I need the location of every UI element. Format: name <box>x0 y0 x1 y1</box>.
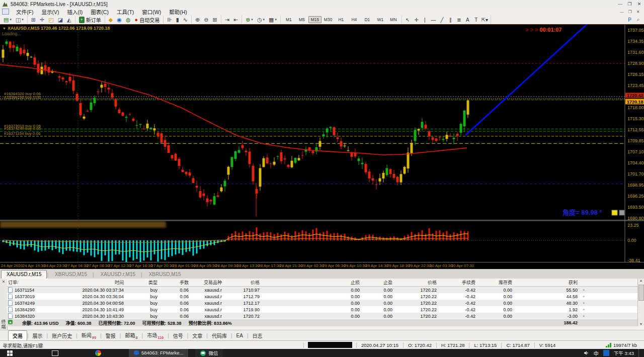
scroll-up-icon[interactable]: ▲ <box>638 279 644 282</box>
terminal-tab-代码库[interactable]: 代码库 <box>208 331 231 340</box>
angle-yellow-icon[interactable] <box>612 210 617 215</box>
data-window-button[interactable]: ✛ <box>38 16 46 24</box>
timeframe-w1-button[interactable]: W1 <box>374 16 387 23</box>
new-chart-button[interactable]: ▤▾ <box>2 16 14 24</box>
zoom-in-button[interactable]: ⊕ <box>193 16 202 24</box>
profiles-button[interactable]: ◫▾ <box>14 16 26 24</box>
terminal-scrollbar[interactable]: ▲ ▼ <box>637 279 644 326</box>
metaeditor-button[interactable]: ◆ <box>107 16 115 24</box>
order-row[interactable]: 163843202020.04.30 10:43:30buy0.06xauusd… <box>7 313 638 319</box>
orders-header-cell[interactable]: 价格 <box>224 279 262 286</box>
candlestick-chart-button[interactable]: ▮ <box>174 16 181 24</box>
arrows-tool[interactable]: ⇱▾ <box>480 17 489 23</box>
community-icon[interactable]: P <box>625 17 634 23</box>
terminal-tab-日志[interactable]: 日志 <box>249 331 267 340</box>
auto-scroll-button[interactable]: ⇥ <box>223 16 231 24</box>
close-button[interactable]: ✕ <box>634 2 644 7</box>
terminal-tab-邮箱[interactable]: 邮箱8 <box>121 330 141 341</box>
terminal-tab-市场[interactable]: 市场116 <box>143 330 168 341</box>
trendline-tool[interactable]: ╱ <box>438 17 446 23</box>
minimize-button[interactable]: — <box>615 2 625 7</box>
chart-tab-1[interactable]: XAUUSD.r,M15 <box>1 270 47 279</box>
equidistant-channel-tool[interactable]: ∥ <box>446 17 455 23</box>
child-minimize-button[interactable]: — <box>618 10 626 14</box>
timeframe-m5-button[interactable]: M5 <box>295 16 308 23</box>
mql5-community-button[interactable]: ◉ <box>115 16 124 24</box>
text-tool[interactable]: A <box>463 17 472 23</box>
order-close-button[interactable]: × <box>580 294 588 299</box>
terminal-close-icon[interactable]: × <box>2 279 5 284</box>
orders-header-cell[interactable]: 类型 <box>126 279 159 286</box>
task-view-button[interactable] <box>45 349 64 357</box>
timeframe-m15-button[interactable]: M15 <box>308 16 321 23</box>
terminal-tab-警报[interactable]: 警报 <box>102 331 120 340</box>
menu-item[interactable]: 插入(I) <box>63 8 87 16</box>
label-tool[interactable]: T <box>472 17 480 23</box>
navigator-button[interactable]: ◰ <box>46 16 55 24</box>
terminal-tab-账户历史[interactable]: 账户历史 <box>48 331 76 340</box>
zoom-out-button[interactable]: ⊖ <box>202 16 210 24</box>
child-close-button[interactable]: ✕ <box>634 10 642 14</box>
orders-header-cell[interactable]: 订单 / <box>7 279 50 286</box>
timeframe-d1-button[interactable]: D1 <box>361 16 374 23</box>
menu-item[interactable]: 显示(V) <box>37 8 63 16</box>
timeframe-h1-button[interactable]: H1 <box>335 16 348 23</box>
orders-header-cell[interactable]: 止损 <box>262 279 362 286</box>
strategy-tester-button[interactable]: ◭ <box>65 16 73 24</box>
terminal-tab-新闻[interactable]: 新闻99 <box>77 330 100 341</box>
orders-header-cell[interactable]: 时间 <box>50 279 126 286</box>
indicators-button[interactable]: ⊕▾ <box>244 16 255 24</box>
menu-item[interactable]: 图表(C) <box>87 8 113 16</box>
child-restore-button[interactable]: ❐ <box>626 10 634 14</box>
menu-item[interactable]: 文件(F) <box>12 8 37 16</box>
timeframe-m30-button[interactable]: M30 <box>321 16 335 23</box>
timeframe-h4-button[interactable]: H4 <box>348 16 361 23</box>
maximize-button[interactable]: ❐ <box>625 2 634 7</box>
menu-item[interactable]: 窗口(W) <box>138 8 165 16</box>
templates-button[interactable]: ▦▾ <box>267 16 279 24</box>
order-row[interactable]: 163842902020.04.30 10:41:49buy0.06xauusd… <box>7 306 638 313</box>
chart-shift-button[interactable]: ⇤ <box>231 16 240 24</box>
order-row[interactable]: 163711542020.04.30 03:37:34buy0.06xauusd… <box>7 287 638 293</box>
taskbar-clock[interactable]: 下午 3:43 <box>614 349 634 356</box>
start-button[interactable] <box>0 349 19 357</box>
order-row[interactable]: 163742492020.04.30 04:00:58buy0.06xauusd… <box>7 300 638 306</box>
angle-gray-icon[interactable] <box>619 210 624 215</box>
terminal-tab-交易[interactable]: 交易 <box>8 330 27 341</box>
orders-header-cell[interactable]: 止盈 <box>362 279 394 286</box>
terminal-tab-信号[interactable]: 信号 <box>169 331 187 340</box>
orders-header-cell[interactable]: 库存费 <box>477 279 514 286</box>
pinned-app-button[interactable] <box>89 349 108 357</box>
speaker-icon[interactable] <box>584 350 589 355</box>
market-watch-button[interactable]: ⊞ <box>29 16 38 24</box>
taskbar-wechat-button[interactable]: 微信 <box>195 349 223 357</box>
summary-expand-icon[interactable]: ▲ <box>8 320 13 324</box>
horizontal-line-tool[interactable]: — <box>429 17 438 23</box>
terminal-tab-EA[interactable]: EA <box>232 332 247 339</box>
chart-area[interactable]: ▼XAUUSD.r,M15 1720.46 1722.06 1719.09 17… <box>0 24 644 262</box>
price-chart[interactable]: #16384320 buy 0.06#16384290 buy 0.06#163… <box>0 25 644 262</box>
order-close-button[interactable]: × <box>580 307 588 312</box>
vertical-line-tool[interactable]: | <box>421 17 429 23</box>
terminal-tab-展示[interactable]: 展示 <box>29 331 47 340</box>
order-close-button[interactable]: × <box>580 301 588 305</box>
scroll-thumb[interactable] <box>638 285 644 301</box>
taskbar-mt4-button[interactable]: 584063: FPMarke... <box>129 349 188 357</box>
scroll-down-icon[interactable]: ▼ <box>638 322 644 326</box>
orders-header-cell[interactable]: 价格 <box>394 279 439 286</box>
orders-header-cell[interactable]: 获利 <box>514 279 580 286</box>
orders-header-cell[interactable]: 交易品种 <box>191 279 224 286</box>
ime-lang-indicator[interactable]: 中 <box>594 349 599 357</box>
autotrading-button[interactable]: ●自动交易 <box>133 16 162 24</box>
order-close-button[interactable]: × <box>580 288 588 292</box>
trendline[interactable] <box>465 25 589 135</box>
menu-item[interactable]: 帮助(H) <box>165 8 191 16</box>
search-icon[interactable]: ⌕ <box>634 17 642 23</box>
timeframe-mn-button[interactable]: MN <box>387 16 400 23</box>
crosshair-tool[interactable]: ✛ <box>412 17 421 23</box>
chart-tab-3[interactable]: XAUUSD.r,M15 <box>95 270 141 279</box>
chart-tab-2[interactable]: XBRUSD,M15 <box>49 270 93 279</box>
fibonacci-tool[interactable]: ≣ <box>455 17 463 23</box>
terminal-button[interactable]: ◪ <box>56 16 65 24</box>
ime-icon[interactable] <box>603 350 609 356</box>
